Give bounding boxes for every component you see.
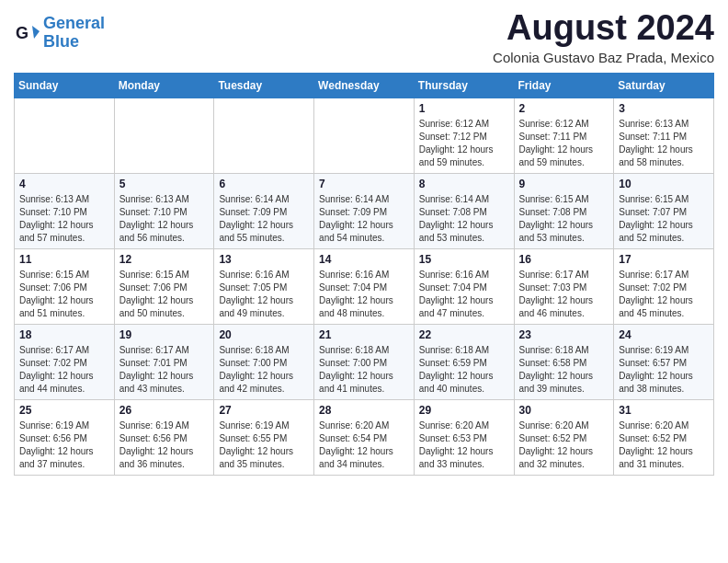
calendar-cell: 1Sunrise: 6:12 AMSunset: 7:12 PMDaylight…	[414, 98, 514, 173]
day-info: Sunrise: 6:13 AMSunset: 7:11 PMDaylight:…	[619, 118, 709, 169]
calendar-cell: 9Sunrise: 6:15 AMSunset: 7:08 PMDaylight…	[514, 173, 614, 248]
calendar-cell: 31Sunrise: 6:20 AMSunset: 6:52 PMDayligh…	[614, 399, 714, 475]
calendar-cell: 5Sunrise: 6:13 AMSunset: 7:10 PMDaylight…	[114, 173, 214, 248]
day-number: 5	[119, 178, 210, 190]
calendar-cell: 21Sunrise: 6:18 AMSunset: 7:00 PMDayligh…	[314, 324, 415, 399]
calendar-cell: 15Sunrise: 6:16 AMSunset: 7:04 PMDayligh…	[414, 248, 514, 324]
day-number: 3	[619, 102, 709, 115]
day-number: 18	[19, 328, 109, 341]
calendar-cell: 2Sunrise: 6:12 AMSunset: 7:11 PMDaylight…	[514, 98, 614, 173]
day-info: Sunrise: 6:17 AMSunset: 7:02 PMDaylight:…	[619, 269, 709, 320]
day-info: Sunrise: 6:19 AMSunset: 6:56 PMDaylight:…	[19, 419, 109, 471]
title-area: August 2024 Colonia Gustavo Baz Prada, M…	[493, 9, 714, 65]
day-info: Sunrise: 6:20 AMSunset: 6:52 PMDaylight:…	[619, 419, 709, 471]
day-info: Sunrise: 6:17 AMSunset: 7:02 PMDaylight:…	[19, 344, 109, 396]
calendar-cell: 30Sunrise: 6:20 AMSunset: 6:52 PMDayligh…	[514, 399, 614, 475]
calendar-cell: 27Sunrise: 6:19 AMSunset: 6:55 PMDayligh…	[214, 399, 314, 475]
day-number: 14	[319, 253, 409, 266]
logo-line2: Blue	[43, 32, 79, 51]
day-number: 19	[119, 328, 210, 341]
day-info: Sunrise: 6:13 AMSunset: 7:10 PMDaylight:…	[19, 193, 109, 245]
weekday-header: Wednesday	[314, 73, 415, 98]
calendar-week-row: 11Sunrise: 6:15 AMSunset: 7:06 PMDayligh…	[15, 248, 714, 324]
logo: G General Blue	[14, 15, 105, 52]
calendar-week-row: 1Sunrise: 6:12 AMSunset: 7:12 PMDaylight…	[15, 98, 714, 173]
day-number: 8	[419, 178, 509, 190]
day-info: Sunrise: 6:20 AMSunset: 6:54 PMDaylight:…	[319, 419, 409, 471]
day-number: 16	[519, 253, 609, 266]
calendar-cell	[214, 98, 314, 173]
calendar-cell: 22Sunrise: 6:18 AMSunset: 6:59 PMDayligh…	[414, 324, 514, 399]
day-info: Sunrise: 6:12 AMSunset: 7:12 PMDaylight:…	[419, 118, 509, 169]
day-info: Sunrise: 6:15 AMSunset: 7:06 PMDaylight:…	[119, 269, 210, 320]
calendar-cell: 29Sunrise: 6:20 AMSunset: 6:53 PMDayligh…	[414, 399, 514, 475]
day-info: Sunrise: 6:16 AMSunset: 7:05 PMDaylight:…	[219, 269, 309, 320]
calendar-cell: 26Sunrise: 6:19 AMSunset: 6:56 PMDayligh…	[114, 399, 214, 475]
svg-marker-1	[32, 26, 40, 39]
day-number: 23	[519, 328, 609, 341]
calendar-cell: 8Sunrise: 6:14 AMSunset: 7:08 PMDaylight…	[414, 173, 514, 248]
day-info: Sunrise: 6:16 AMSunset: 7:04 PMDaylight:…	[419, 269, 509, 320]
calendar-cell	[314, 98, 415, 173]
day-number: 13	[219, 253, 309, 266]
calendar-cell: 25Sunrise: 6:19 AMSunset: 6:56 PMDayligh…	[15, 399, 115, 475]
calendar-cell: 11Sunrise: 6:15 AMSunset: 7:06 PMDayligh…	[15, 248, 115, 324]
day-info: Sunrise: 6:19 AMSunset: 6:55 PMDaylight:…	[219, 419, 309, 471]
header: G General Blue August 2024 Colonia Gusta…	[14, 9, 714, 65]
day-info: Sunrise: 6:16 AMSunset: 7:04 PMDaylight:…	[319, 269, 409, 320]
location-subtitle: Colonia Gustavo Baz Prada, Mexico	[493, 50, 714, 65]
day-number: 21	[319, 328, 409, 341]
svg-text:G: G	[16, 24, 28, 42]
day-info: Sunrise: 6:12 AMSunset: 7:11 PMDaylight:…	[519, 118, 609, 169]
logo-icon: G	[14, 20, 40, 46]
day-number: 17	[619, 253, 709, 266]
calendar-cell: 23Sunrise: 6:18 AMSunset: 6:58 PMDayligh…	[514, 324, 614, 399]
weekday-header: Thursday	[414, 73, 514, 98]
month-title: August 2024	[493, 9, 714, 48]
calendar-cell	[15, 98, 115, 173]
day-info: Sunrise: 6:18 AMSunset: 7:00 PMDaylight:…	[319, 344, 409, 396]
day-number: 10	[619, 178, 709, 190]
day-number: 30	[519, 404, 609, 417]
logo-line1: General	[43, 14, 105, 32]
day-info: Sunrise: 6:15 AMSunset: 7:08 PMDaylight:…	[519, 193, 609, 245]
calendar-cell: 12Sunrise: 6:15 AMSunset: 7:06 PMDayligh…	[114, 248, 214, 324]
weekday-header: Friday	[514, 73, 614, 98]
logo-text: General Blue	[43, 15, 105, 52]
calendar-cell: 4Sunrise: 6:13 AMSunset: 7:10 PMDaylight…	[15, 173, 115, 248]
day-number: 25	[19, 404, 109, 417]
calendar-cell: 20Sunrise: 6:18 AMSunset: 7:00 PMDayligh…	[214, 324, 314, 399]
day-number: 24	[619, 328, 709, 341]
day-info: Sunrise: 6:15 AMSunset: 7:07 PMDaylight:…	[619, 193, 709, 245]
day-info: Sunrise: 6:13 AMSunset: 7:10 PMDaylight:…	[119, 193, 210, 245]
calendar-cell: 3Sunrise: 6:13 AMSunset: 7:11 PMDaylight…	[614, 98, 714, 173]
day-info: Sunrise: 6:15 AMSunset: 7:06 PMDaylight:…	[19, 269, 109, 320]
day-info: Sunrise: 6:17 AMSunset: 7:03 PMDaylight:…	[519, 269, 609, 320]
day-number: 12	[119, 253, 210, 266]
calendar-week-row: 18Sunrise: 6:17 AMSunset: 7:02 PMDayligh…	[15, 324, 714, 399]
day-info: Sunrise: 6:20 AMSunset: 6:52 PMDaylight:…	[519, 419, 609, 471]
day-info: Sunrise: 6:18 AMSunset: 6:59 PMDaylight:…	[419, 344, 509, 396]
calendar-cell: 18Sunrise: 6:17 AMSunset: 7:02 PMDayligh…	[15, 324, 115, 399]
calendar-cell: 13Sunrise: 6:16 AMSunset: 7:05 PMDayligh…	[214, 248, 314, 324]
calendar-cell: 7Sunrise: 6:14 AMSunset: 7:09 PMDaylight…	[314, 173, 415, 248]
calendar-cell: 19Sunrise: 6:17 AMSunset: 7:01 PMDayligh…	[114, 324, 214, 399]
calendar-cell: 17Sunrise: 6:17 AMSunset: 7:02 PMDayligh…	[614, 248, 714, 324]
day-number: 26	[119, 404, 210, 417]
day-number: 4	[19, 178, 109, 190]
weekday-header: Sunday	[15, 73, 115, 98]
day-number: 31	[619, 404, 709, 417]
day-number: 1	[419, 102, 509, 115]
day-number: 2	[519, 102, 609, 115]
weekday-header: Monday	[114, 73, 214, 98]
calendar: SundayMondayTuesdayWednesdayThursdayFrid…	[14, 73, 714, 476]
calendar-cell	[114, 98, 214, 173]
day-number: 15	[419, 253, 509, 266]
day-number: 27	[219, 404, 309, 417]
day-info: Sunrise: 6:14 AMSunset: 7:09 PMDaylight:…	[319, 193, 409, 245]
calendar-week-row: 4Sunrise: 6:13 AMSunset: 7:10 PMDaylight…	[15, 173, 714, 248]
day-number: 6	[219, 178, 309, 190]
calendar-header-row: SundayMondayTuesdayWednesdayThursdayFrid…	[15, 73, 714, 98]
day-info: Sunrise: 6:14 AMSunset: 7:09 PMDaylight:…	[219, 193, 309, 245]
day-number: 9	[519, 178, 609, 190]
